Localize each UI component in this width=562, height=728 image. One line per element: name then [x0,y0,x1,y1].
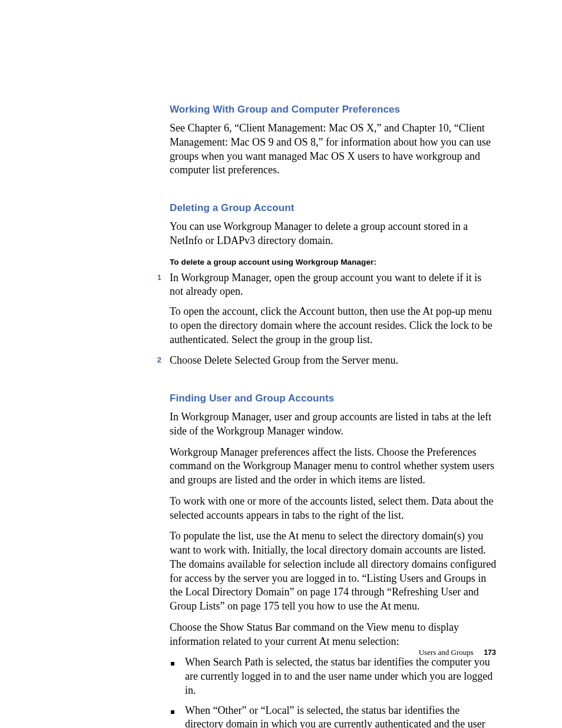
step-item: 1 In Workgroup Manager, open the group a… [170,271,497,299]
bullet-icon [170,655,185,667]
step-subtext: To open the account, click the Account b… [170,305,497,347]
subheading-delete-steps: To delete a group account using Workgrou… [170,258,497,266]
heading-deleting-group: Deleting a Group Account [170,202,497,214]
heading-finding-accounts: Finding User and Group Accounts [170,393,497,404]
body-paragraph: To work with one or more of the accounts… [170,495,497,523]
footer-chapter: Users and Groups [419,648,474,657]
step-text: Choose Delete Selected Group from the Se… [170,354,398,368]
body-paragraph: Choose the Show Status Bar command on th… [170,621,497,649]
bullet-text: When “Other” or “Local” is selected, the… [185,704,497,729]
step-number: 1 [151,271,170,282]
step-item: 2 Choose Delete Selected Group from the … [170,354,497,368]
body-paragraph: See Chapter 6, “Client Management: Mac O… [170,121,497,177]
body-paragraph: To populate the list, use the At menu to… [170,529,497,614]
step-text: In Workgroup Manager, open the group acc… [170,271,497,299]
bullet-item: When “Other” or “Local” is selected, the… [170,704,497,729]
step-number: 2 [151,354,170,364]
document-page: Working With Group and Computer Preferen… [0,0,562,728]
page-footer: Users and Groups 173 [419,648,496,657]
body-paragraph: Workgroup Manager preferences affect the… [170,446,497,487]
heading-working-prefs: Working With Group and Computer Preferen… [170,104,497,116]
footer-page-number: 173 [484,648,496,657]
bullet-icon [170,704,185,715]
body-paragraph: You can use Workgroup Manager to delete … [170,220,497,248]
bullet-item: When Search Path is selected, the status… [170,655,497,697]
bullet-text: When Search Path is selected, the status… [185,655,497,697]
body-paragraph: In Workgroup Manager, user and group acc… [170,410,497,439]
